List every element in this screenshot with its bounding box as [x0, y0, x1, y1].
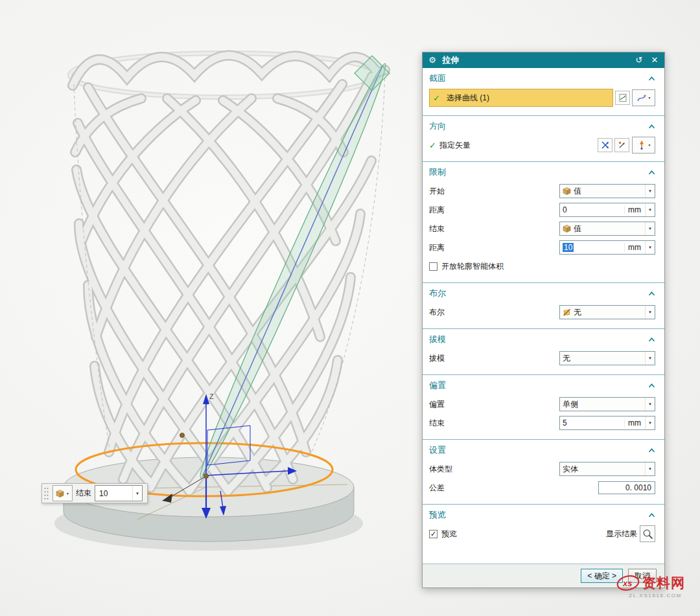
magnifier-icon — [642, 529, 653, 540]
chevron-down-icon[interactable]: ▼ — [645, 306, 655, 319]
watermark-url: ZL.XS1616.COM — [616, 593, 695, 599]
boolean-value: 无 — [574, 307, 642, 318]
group-draft: 拔模 拔模 无 ▼ — [423, 328, 664, 374]
group-header-offset[interactable]: 偏置 — [429, 378, 655, 393]
group-limits: 限制 开始 值 ▼ 距离 — [423, 161, 664, 282]
curve-list-icon — [618, 93, 627, 102]
body-type-label: 体类型 — [429, 464, 559, 475]
onscreen-input-toolbar[interactable]: ▼ 结束 10 ▼ — [41, 483, 148, 503]
limit-option-button[interactable]: ▼ — [52, 485, 73, 501]
end-distance-onscreen-input[interactable]: 10 ▼ — [95, 485, 143, 501]
tolerance-label: 公差 — [429, 483, 598, 494]
body-type-dropdown[interactable]: 实体 ▼ — [559, 462, 655, 476]
vector-dialog-button[interactable] — [614, 138, 629, 152]
end-type-value: 值 — [574, 223, 642, 234]
offset-end-value[interactable]: 5 — [560, 418, 624, 428]
tolerance-input[interactable]: 0. 0010 — [598, 481, 655, 494]
chevron-down-icon[interactable]: ▼ — [645, 185, 655, 198]
drag-handle[interactable] — [43, 486, 49, 501]
chevron-up-icon[interactable] — [648, 383, 655, 388]
group-header-direction[interactable]: 方向 — [429, 119, 655, 134]
end-distance-label: 距离 — [429, 242, 559, 253]
show-result-button[interactable] — [640, 525, 655, 542]
start-label: 开始 — [429, 186, 559, 197]
chevron-up-icon[interactable] — [648, 170, 655, 175]
preview-label: 预览 — [441, 529, 606, 540]
close-icon[interactable]: ✕ — [649, 52, 660, 68]
boolean-label: 布尔 — [429, 307, 559, 318]
open-profile-checkbox[interactable] — [429, 262, 438, 271]
open-profile-label: 开放轮廓智能体积 — [441, 261, 655, 272]
specify-vector-label: 指定矢量 — [439, 140, 598, 151]
gear-icon: ⚙ — [426, 52, 438, 68]
chevron-down-icon[interactable]: ▼ — [645, 462, 655, 475]
sketch-section-button[interactable]: ▼ — [632, 89, 655, 106]
end-distance-value-selected[interactable]: 10 — [563, 243, 574, 252]
offset-end-input[interactable]: 5 mm ▼ — [559, 416, 655, 430]
end-type-dropdown[interactable]: 值 ▼ — [559, 222, 655, 236]
check-icon: ✓ — [429, 141, 436, 150]
start-distance-value[interactable]: 0 — [560, 205, 624, 214]
chevron-down-icon[interactable]: ▼ — [645, 203, 655, 216]
draft-dropdown[interactable]: 无 ▼ — [559, 351, 655, 365]
group-section: 截面 ✓ 选择曲线 (1) — [423, 68, 664, 115]
end-distance-input[interactable]: 10 mm ▼ — [559, 240, 655, 255]
cube-icon — [563, 225, 571, 233]
chevron-up-icon[interactable] — [648, 513, 655, 518]
group-header-boolean[interactable]: 布尔 — [429, 286, 655, 301]
start-type-dropdown[interactable]: 值 ▼ — [559, 184, 655, 198]
chevron-up-icon[interactable] — [648, 291, 655, 296]
origin-handle-point[interactable] — [204, 474, 209, 479]
group-header-preview[interactable]: 预览 — [429, 507, 655, 523]
chevron-up-icon[interactable] — [648, 124, 655, 129]
check-icon: ✓ — [433, 93, 440, 103]
chevron-down-icon[interactable]: ▼ — [132, 486, 142, 501]
vector-dialog-icon — [618, 141, 627, 150]
inferred-vector-button[interactable] — [598, 138, 612, 152]
cube-icon — [563, 187, 571, 195]
body-type-value: 实体 — [563, 464, 642, 475]
group-title: 设置 — [429, 444, 648, 456]
show-result-label: 显示结果 — [606, 529, 637, 540]
start-distance-label: 距离 — [429, 205, 559, 216]
viewport-canvas[interactable]: Z — [0, 0, 428, 616]
group-title: 限制 — [429, 166, 648, 178]
end-distance-value[interactable]: 10 — [99, 489, 132, 498]
chevron-up-icon[interactable] — [648, 448, 655, 453]
dialog-title: 拉伸 — [442, 54, 629, 66]
group-header-draft[interactable]: 拔模 — [429, 332, 655, 347]
boolean-dropdown[interactable]: 无 ▼ — [559, 305, 655, 319]
z-axis-label: Z — [209, 393, 214, 400]
chevron-down-icon[interactable]: ▼ — [645, 398, 655, 411]
chevron-down-icon[interactable]: ▼ — [645, 416, 655, 429]
group-title: 拔模 — [429, 334, 648, 345]
preview-checkbox[interactable]: ✓ — [429, 530, 438, 538]
chevron-down-icon[interactable]: ▼ — [645, 352, 655, 365]
svg-text:xs: xs — [622, 578, 632, 588]
chevron-down-icon: ▼ — [66, 492, 69, 496]
cube-icon — [56, 490, 64, 497]
chevron-down-icon[interactable]: ▼ — [645, 222, 655, 235]
reverse-direction-button[interactable]: ▼ — [632, 137, 655, 154]
group-header-limits[interactable]: 限制 — [429, 165, 655, 180]
chevron-up-icon[interactable] — [648, 337, 655, 342]
dialog-titlebar[interactable]: ⚙ 拉伸 ↺ ✕ — [423, 52, 664, 68]
offset-type-dropdown[interactable]: 单侧 ▼ — [559, 397, 655, 411]
start-distance-input[interactable]: 0 mm ▼ — [559, 203, 655, 217]
group-header-settings[interactable]: 设置 — [429, 442, 655, 458]
unit-label: mm — [624, 243, 645, 252]
chevron-down-icon[interactable]: ▼ — [645, 241, 655, 254]
watermark-logo-icon: xs — [616, 574, 640, 592]
grip-dots-icon — [43, 486, 49, 501]
group-direction: 方向 ✓ 指定矢量 — [423, 115, 664, 161]
select-curve-label: 选择曲线 (1) — [447, 93, 489, 104]
select-curve-field[interactable]: ✓ 选择曲线 (1) — [429, 89, 613, 107]
chevron-up-icon[interactable] — [648, 76, 655, 81]
extrude-dialog: ⚙ 拉伸 ↺ ✕ 截面 ✓ 选择曲线 (1) — [422, 52, 665, 588]
selection-list-button[interactable] — [615, 91, 630, 105]
offset-end-label: 结束 — [429, 418, 559, 429]
reset-icon[interactable]: ↺ — [633, 52, 645, 68]
drag-handle-point[interactable] — [180, 433, 185, 438]
group-header-section[interactable]: 截面 — [429, 71, 655, 86]
vector-arrow-icon — [636, 140, 647, 150]
